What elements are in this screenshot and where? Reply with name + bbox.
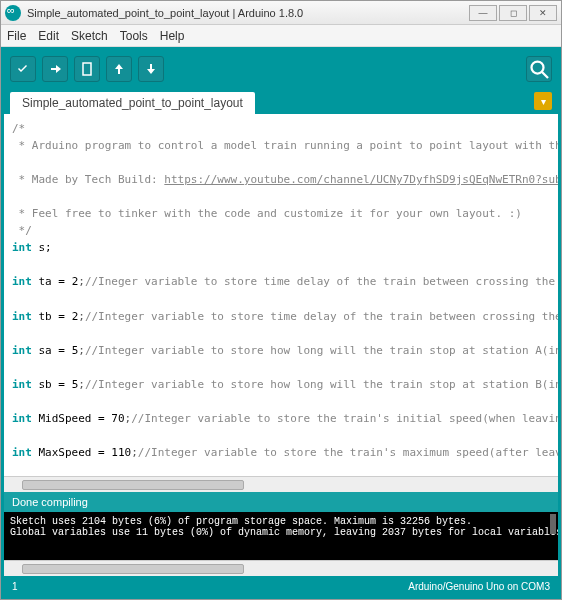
upload-button[interactable] — [42, 56, 68, 82]
footer-bar: 1 Arduino/Genuino Uno on COM3 — [4, 576, 558, 596]
magnifier-icon — [527, 57, 551, 81]
window-title: Simple_automated_point_to_point_layout |… — [27, 7, 467, 19]
menu-file[interactable]: File — [7, 29, 26, 43]
tab-sketch[interactable]: Simple_automated_point_to_point_layout — [10, 92, 255, 114]
titlebar[interactable]: Simple_automated_point_to_point_layout |… — [1, 1, 561, 25]
toolbar — [4, 50, 558, 88]
file-icon — [79, 61, 95, 77]
arrow-right-icon — [47, 61, 63, 77]
minimize-button[interactable]: — — [469, 5, 497, 21]
tabbar: Simple_automated_point_to_point_layout ▾ — [4, 88, 558, 114]
open-button[interactable] — [106, 56, 132, 82]
editor-hscroll-thumb[interactable] — [22, 480, 244, 490]
board-info: Arduino/Genuino Uno on COM3 — [408, 581, 550, 592]
menu-tools[interactable]: Tools — [120, 29, 148, 43]
console-line: Global variables use 11 bytes (0%) of dy… — [10, 527, 558, 538]
code-editor[interactable]: /* * Arduino program to control a model … — [4, 114, 558, 476]
new-button[interactable] — [74, 56, 100, 82]
status-text: Done compiling — [12, 496, 88, 508]
code-content[interactable]: /* * Arduino program to control a model … — [12, 120, 550, 476]
arrow-up-icon — [111, 61, 127, 77]
line-number: 1 — [12, 581, 32, 592]
menu-help[interactable]: Help — [160, 29, 185, 43]
console-vscroll-thumb[interactable] — [550, 514, 556, 534]
console-output[interactable]: Sketch uses 2104 bytes (6%) of program s… — [4, 512, 558, 560]
close-button[interactable]: ✕ — [529, 5, 557, 21]
serial-monitor-button[interactable] — [526, 56, 552, 82]
app-window: Simple_automated_point_to_point_layout |… — [0, 0, 562, 600]
verify-button[interactable] — [10, 56, 36, 82]
menubar: File Edit Sketch Tools Help — [1, 25, 561, 47]
check-icon — [15, 61, 31, 77]
svg-point-1 — [532, 62, 544, 74]
main-area: Simple_automated_point_to_point_layout ▾… — [1, 47, 561, 599]
arduino-icon — [5, 5, 21, 21]
console-line: Sketch uses 2104 bytes (6%) of program s… — [10, 516, 472, 527]
svg-line-2 — [542, 72, 548, 78]
editor-hscrollbar[interactable] — [4, 476, 558, 492]
menu-edit[interactable]: Edit — [38, 29, 59, 43]
menu-sketch[interactable]: Sketch — [71, 29, 108, 43]
tab-menu-button[interactable]: ▾ — [534, 92, 552, 110]
svg-rect-0 — [83, 63, 91, 75]
window-controls: — ◻ ✕ — [467, 5, 557, 21]
maximize-button[interactable]: ◻ — [499, 5, 527, 21]
save-button[interactable] — [138, 56, 164, 82]
console-hscrollbar[interactable] — [4, 560, 558, 576]
status-bar: Done compiling — [4, 492, 558, 512]
arrow-down-icon — [143, 61, 159, 77]
console-hscroll-thumb[interactable] — [22, 564, 244, 574]
